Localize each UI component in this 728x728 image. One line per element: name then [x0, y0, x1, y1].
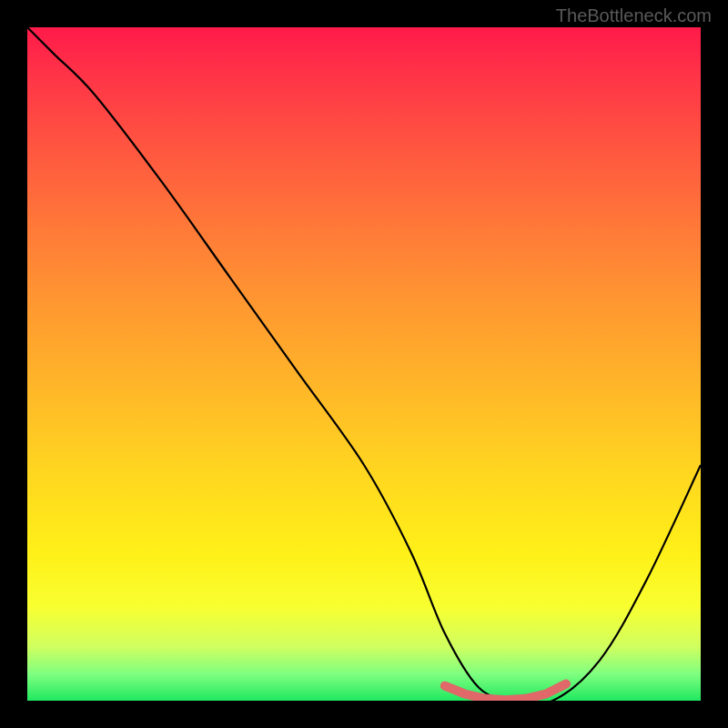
- watermark-text: TheBottleneck.com: [556, 5, 712, 26]
- bottleneck-curve-svg: [27, 27, 701, 701]
- bottleneck-curve-path: [27, 27, 701, 701]
- chart-container: [27, 27, 701, 701]
- optimal-range-highlight: [445, 684, 566, 701]
